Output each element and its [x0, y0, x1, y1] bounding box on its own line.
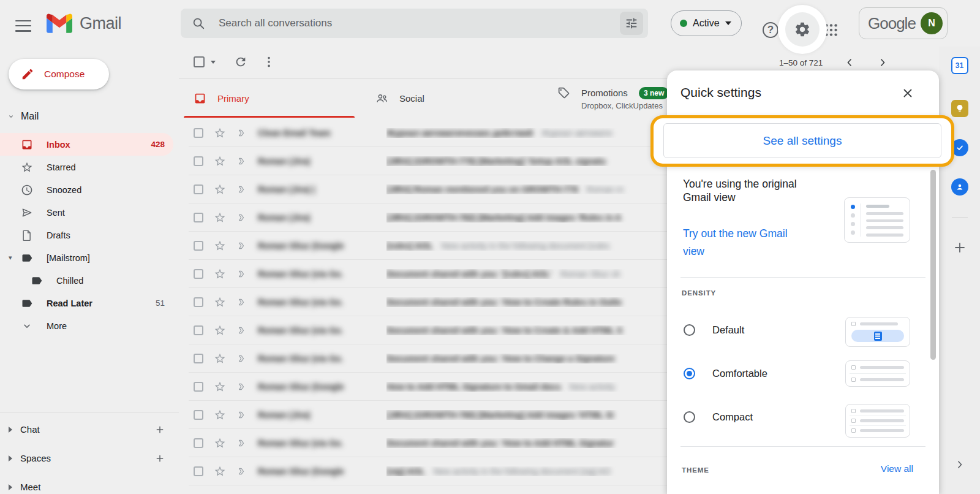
- star-icon[interactable]: [214, 437, 226, 449]
- star-icon[interactable]: [214, 240, 226, 252]
- sidebar-item[interactable]: ▾ Starred: [0, 156, 173, 178]
- star-icon[interactable]: [214, 324, 226, 336]
- row-checkbox[interactable]: [194, 297, 203, 307]
- star-icon[interactable]: [214, 409, 226, 421]
- calendar-icon[interactable]: 31: [951, 57, 968, 74]
- search-input[interactable]: Search all conversations: [219, 17, 620, 29]
- select-all-checkbox[interactable]: [194, 56, 205, 67]
- importance-marker-icon[interactable]: [236, 183, 249, 196]
- row-checkbox[interactable]: [194, 410, 203, 420]
- section-divider: [680, 446, 925, 447]
- row-checkbox[interactable]: [194, 269, 203, 279]
- expand-arrow-icon[interactable]: ▾: [9, 254, 12, 262]
- sidebar-item[interactable]: ▾ Inbox 428: [0, 133, 173, 156]
- density-option-label: Compact: [712, 411, 753, 423]
- sidebar-item[interactable]: ▾ Drafts: [0, 224, 173, 246]
- older-page-icon[interactable]: [876, 56, 889, 69]
- importance-marker-icon[interactable]: [236, 127, 249, 139]
- sidebar-item[interactable]: ▾ Snoozed: [0, 178, 173, 201]
- select-dropdown-icon[interactable]: [211, 61, 216, 64]
- expand-chevron-icon[interactable]: [954, 458, 966, 471]
- see-all-settings-button[interactable]: See all settings: [663, 123, 941, 158]
- row-checkbox[interactable]: [194, 382, 203, 392]
- expand-right-icon[interactable]: [9, 427, 12, 433]
- radio-button[interactable]: [684, 324, 695, 336]
- density-option[interactable]: Default: [667, 308, 939, 352]
- star-icon[interactable]: [214, 155, 226, 167]
- importance-marker-icon[interactable]: [236, 240, 249, 252]
- star-icon[interactable]: [214, 352, 226, 365]
- add-icon[interactable]: [154, 424, 165, 435]
- star-icon[interactable]: [214, 127, 226, 139]
- search-bar[interactable]: Search all conversations: [181, 9, 648, 38]
- sidebar-app-item[interactable]: Chat: [0, 415, 179, 444]
- sidebar-item[interactable]: ▾ Chilled: [0, 269, 173, 292]
- row-checkbox[interactable]: [194, 325, 203, 335]
- theme-view-all-link[interactable]: View all: [881, 463, 913, 474]
- importance-marker-icon[interactable]: [236, 409, 249, 421]
- contacts-icon[interactable]: [951, 178, 968, 196]
- expand-right-icon[interactable]: [9, 455, 12, 462]
- row-checkbox[interactable]: [194, 213, 203, 222]
- sidebar-item[interactable]: ▾ More: [0, 314, 173, 337]
- gmail-wordmark: Gmail: [80, 14, 121, 33]
- star-icon[interactable]: [214, 381, 226, 393]
- star-icon[interactable]: [214, 268, 226, 280]
- inbox-tab[interactable]: Primary: [184, 79, 366, 118]
- star-icon[interactable]: [214, 211, 226, 224]
- importance-marker-icon[interactable]: [236, 465, 249, 477]
- importance-marker-icon[interactable]: [236, 352, 249, 365]
- try-new-view-link[interactable]: Try out the new Gmail view: [683, 225, 805, 260]
- sidebar-app-label: Meet: [20, 482, 40, 492]
- row-checkbox[interactable]: [194, 128, 203, 138]
- refresh-icon[interactable]: [234, 55, 247, 69]
- star-icon[interactable]: [214, 465, 226, 477]
- importance-marker-icon[interactable]: [236, 268, 249, 280]
- row-checkbox[interactable]: [194, 438, 203, 448]
- importance-marker-icon[interactable]: [236, 324, 249, 336]
- inbox-tab[interactable]: Social: [366, 79, 548, 118]
- panel-scrollbar[interactable]: [930, 170, 936, 360]
- star-icon[interactable]: [214, 296, 226, 308]
- email-subject: Журнал автоматических действий: [386, 128, 533, 138]
- folder-icon: [21, 207, 33, 219]
- compose-button[interactable]: Compose: [9, 59, 109, 89]
- density-option[interactable]: Compact: [667, 395, 939, 439]
- star-icon[interactable]: [214, 183, 226, 196]
- newer-page-icon[interactable]: [843, 56, 856, 69]
- sidebar-item[interactable]: ▾ Read Later 51: [0, 292, 173, 314]
- importance-marker-icon[interactable]: [236, 381, 249, 393]
- search-icon[interactable]: [192, 17, 205, 30]
- importance-marker-icon[interactable]: [236, 155, 249, 167]
- folder-icon: [21, 184, 33, 196]
- row-checkbox[interactable]: [194, 354, 203, 363]
- mail-section-header[interactable]: Mail: [7, 108, 39, 125]
- row-checkbox[interactable]: [194, 466, 203, 476]
- importance-marker-icon[interactable]: [236, 437, 249, 449]
- row-checkbox[interactable]: [194, 184, 203, 194]
- search-options-button[interactable]: [620, 12, 643, 35]
- row-checkbox[interactable]: [194, 156, 203, 166]
- support-button[interactable]: ?: [763, 22, 778, 38]
- avatar[interactable]: N: [921, 12, 943, 34]
- settings-gear-icon[interactable]: [794, 21, 811, 38]
- google-account-pill[interactable]: Google N: [859, 7, 948, 39]
- importance-marker-icon[interactable]: [236, 211, 249, 224]
- radio-button[interactable]: [684, 411, 695, 423]
- keep-icon[interactable]: [951, 100, 968, 117]
- main-menu-icon[interactable]: [15, 17, 31, 30]
- row-checkbox[interactable]: [194, 241, 203, 251]
- expand-right-icon[interactable]: [9, 484, 12, 490]
- density-option[interactable]: Comfortable: [667, 352, 939, 395]
- add-icon[interactable]: [952, 240, 967, 255]
- sidebar-app-item[interactable]: Meet: [0, 473, 179, 494]
- add-icon[interactable]: [154, 453, 165, 464]
- importance-marker-icon[interactable]: [236, 296, 249, 308]
- sidebar-item[interactable]: ▾ Sent: [0, 201, 173, 224]
- sidebar-item[interactable]: ▾ [Mailstrom]: [0, 246, 173, 269]
- close-icon[interactable]: [901, 86, 914, 100]
- more-vert-icon[interactable]: [262, 55, 276, 69]
- sidebar-app-item[interactable]: Spaces: [0, 444, 179, 473]
- radio-button[interactable]: [684, 368, 695, 379]
- availability-status-chip[interactable]: Active: [671, 10, 742, 36]
